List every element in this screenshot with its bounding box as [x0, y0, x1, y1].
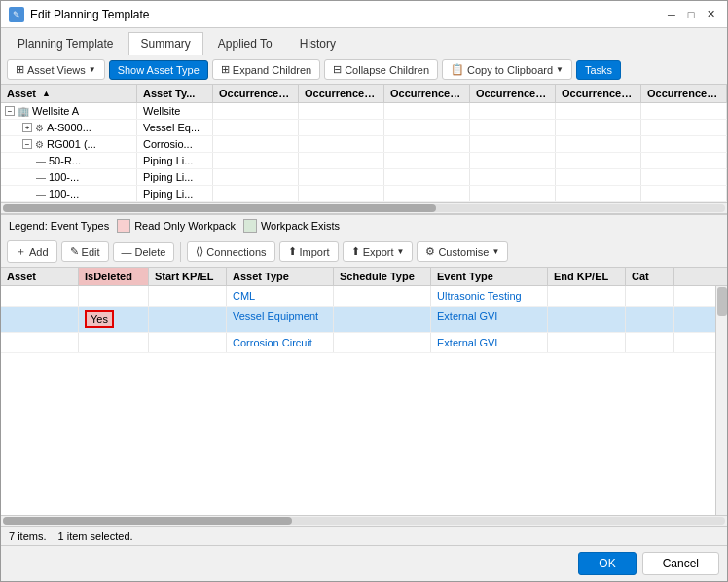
col-isdeleted[interactable]: IsDeleted [79, 268, 149, 285]
close-button[interactable]: ✕ [702, 7, 719, 22]
cell-endkp [548, 333, 626, 352]
expand-btn[interactable]: − [22, 139, 32, 149]
tree-row[interactable]: + ⚙ A-S000... Vessel Eq... [1, 120, 727, 136]
data-row[interactable]: Corrosion Circuit External GVI [1, 333, 727, 353]
cell-cat [626, 307, 674, 332]
tree-cell-occ2 [299, 136, 384, 152]
vscroll-thumb[interactable] [717, 287, 727, 316]
cell-startkp [149, 333, 227, 352]
hscroll-thumb-data[interactable] [3, 517, 292, 525]
tree-cell-asset: − 🏢 Wellsite A [1, 103, 137, 119]
asset-views-button[interactable]: ⊞ Asset Views ▼ [7, 59, 105, 80]
export-button[interactable]: ⬆ Export ▼ [343, 241, 414, 262]
tab-summary[interactable]: Summary [128, 32, 203, 55]
clipboard-icon: 📋 [451, 63, 464, 76]
col-endkp[interactable]: End KP/EL [548, 268, 626, 285]
tree-cell-occ4 [470, 136, 556, 152]
tree-cell-asset: − ⚙ RG001 (... [1, 136, 137, 152]
cell-asset [1, 333, 79, 352]
tree-cell-occ4 [470, 120, 556, 135]
tree-col-occ6[interactable]: Occurrence 6 . [641, 85, 727, 102]
col-scheduletype[interactable]: Schedule Type [334, 268, 431, 285]
tree-asset-name: A-S000... [47, 122, 91, 133]
collapse-children-label: Collapse Children [345, 64, 429, 76]
customise-button[interactable]: ⚙ Customise ▼ [417, 241, 508, 262]
tree-col-occ5[interactable]: Occurrence 5 ... [556, 85, 641, 102]
delete-label: Delete [135, 246, 166, 258]
cell-startkp [149, 286, 227, 306]
expand-btn[interactable]: + [22, 123, 32, 132]
cell-isdeleted: Yes [79, 307, 149, 332]
tree-col-assettype[interactable]: Asset Ty... [137, 85, 213, 102]
tree-row[interactable]: − ⚙ RG001 (... Corrosio... [1, 136, 727, 153]
tree-col-occ4[interactable]: Occurrence 4 ... [470, 85, 556, 102]
expand-children-button[interactable]: ⊞ Expand Children [212, 59, 320, 80]
customise-label: Customise [438, 246, 489, 258]
cell-endkp [548, 307, 626, 332]
tasks-button[interactable]: Tasks [576, 60, 621, 80]
data-hscrollbar[interactable] [1, 515, 727, 527]
data-table-body: CML Ultrasonic Testing Yes Vessel Equipm… [1, 286, 727, 515]
tree-row[interactable]: − 🏢 Wellsite A Wellsite [1, 103, 727, 120]
col-assettype[interactable]: Asset Type [227, 268, 334, 285]
cell-scheduletype [334, 307, 431, 332]
data-row[interactable]: CML Ultrasonic Testing [1, 286, 727, 307]
col-startkp[interactable]: Start KP/EL [149, 268, 227, 285]
tree-col-occ2[interactable]: Occurrence 2 ... [299, 85, 384, 102]
data-vscrollbar[interactable] [715, 286, 727, 515]
tree-header: Asset ▲ Asset Ty... Occurrence 1 ... Occ… [1, 85, 727, 103]
tree-row[interactable]: — 50-R... Piping Li... [1, 153, 727, 169]
copy-arrow-icon: ▼ [556, 65, 564, 74]
data-row[interactable]: Yes Vessel Equipment External GVI [1, 307, 727, 333]
tree-row[interactable]: — 100-... Piping Li... [1, 186, 727, 202]
tree-asset-name: 50-R... [49, 155, 81, 166]
import-button[interactable]: ⬆ Import [279, 241, 339, 262]
isdeleted-badge: Yes [85, 310, 114, 328]
add-button[interactable]: ＋ Add [7, 240, 57, 263]
tree-cell-occ6 [641, 103, 727, 119]
tree-col-asset[interactable]: Asset ▲ [1, 85, 137, 102]
tree-cell-occ1 [213, 153, 299, 168]
hscroll-thumb[interactable] [3, 204, 436, 212]
tree-row[interactable]: — 100-... Piping Li... [1, 169, 727, 186]
tree-cell-occ2 [299, 169, 384, 185]
tree-cell-occ4 [470, 186, 556, 201]
col-eventtype[interactable]: Event Type [431, 268, 548, 285]
tree-hscrollbar[interactable] [1, 202, 727, 214]
tree-cell-occ3 [384, 186, 470, 201]
expand-btn[interactable]: − [5, 106, 15, 116]
copy-to-clipboard-button[interactable]: 📋 Copy to Clipboard ▼ [442, 59, 572, 80]
show-asset-type-button[interactable]: Show Asset Type [109, 60, 208, 80]
collapse-children-button[interactable]: ⊟ Collapse Children [324, 59, 438, 80]
tab-bar: Planning Template Summary Applied To His… [1, 28, 727, 55]
items-count: 7 items. [9, 530, 47, 542]
edit-label: Edit [82, 246, 100, 258]
col-cat[interactable]: Cat [626, 268, 674, 285]
top-toolbar: ⊞ Asset Views ▼ Show Asset Type ⊞ Expand… [1, 55, 727, 85]
hscroll-track [3, 204, 725, 212]
tree-body: − 🏢 Wellsite A Wellsite + ⚙ A-S000... [1, 103, 727, 202]
circuit-icon: ⚙ [35, 139, 44, 150]
col-asset[interactable]: Asset [1, 268, 79, 285]
asset-col-label: Asset [7, 88, 36, 99]
expand-icon: ⊞ [221, 63, 230, 76]
tree-col-occ3[interactable]: Occurrence 3 ... [384, 85, 470, 102]
tree-col-occ1[interactable]: Occurrence 1 ... [213, 85, 299, 102]
tree-cell-occ6 [641, 153, 727, 168]
tab-history[interactable]: History [287, 32, 348, 55]
ok-button[interactable]: OK [578, 552, 636, 575]
tab-planning-template[interactable]: Planning Template [5, 32, 127, 55]
maximize-button[interactable]: □ [682, 7, 700, 22]
tree-cell-occ4 [470, 103, 556, 119]
delete-button[interactable]: — Delete [113, 242, 175, 262]
pipe-icon: — [36, 156, 46, 166]
edit-button[interactable]: ✎ Edit [61, 241, 109, 262]
copy-to-clipboard-label: Copy to Clipboard [467, 64, 553, 76]
tree-cell-type: Vessel Eq... [137, 120, 213, 135]
tree-asset-name: 100-... [49, 171, 79, 183]
minimize-button[interactable]: ─ [663, 7, 680, 22]
connections-button[interactable]: ⟨⟩ Connections [187, 241, 274, 262]
toolbar-separator [180, 242, 181, 262]
cancel-button[interactable]: Cancel [642, 552, 719, 575]
tab-applied-to[interactable]: Applied To [205, 32, 285, 55]
